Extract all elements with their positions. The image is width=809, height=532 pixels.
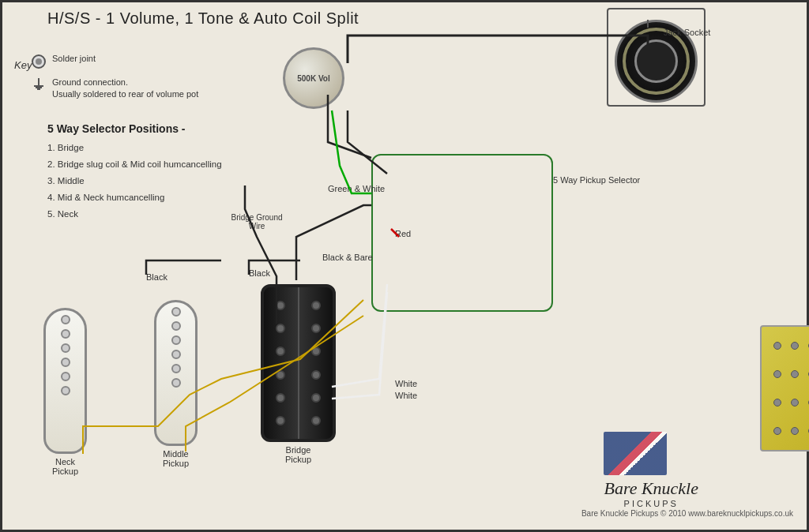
pickup-dot — [311, 324, 321, 333]
pickup-dot — [276, 301, 285, 310]
pickup-dot — [276, 347, 285, 356]
post — [773, 342, 781, 350]
pickup-dot — [61, 329, 70, 339]
logo-brand: Bare Knuckle — [604, 478, 698, 499]
middle-pickup-body — [154, 300, 198, 446]
pickup-dot — [276, 416, 285, 425]
logo-sub: PICKUPS — [604, 499, 698, 508]
middle-pickup: MiddlePickup — [154, 300, 198, 468]
post-row-1 — [773, 342, 809, 350]
page-title: H/S/S - 1 Volume, 1 Tone & Auto Coil Spl… — [47, 9, 359, 28]
post — [791, 342, 799, 350]
pickup-dot — [171, 350, 181, 359]
volume-pot: 500K Vol — [283, 47, 346, 111]
wire-label-white1: White — [395, 379, 417, 388]
flag-bg — [604, 432, 667, 475]
selector-posts — [762, 327, 809, 450]
coil-left — [264, 287, 298, 439]
selector-title: 5 Way Selector Positions - — [47, 122, 222, 135]
pickup-dot — [61, 358, 70, 367]
neck-pickup: NeckPickup — [43, 308, 87, 476]
key-section: Solder joint Ground connection. Usually … — [32, 54, 198, 101]
coil-right — [299, 287, 333, 439]
pickup-dot — [61, 343, 70, 353]
pickup-dot — [311, 393, 321, 403]
bridge-pickup-label: BridgePickup — [261, 445, 336, 464]
ground-label-line2: Usually soldered to rear of volume pot — [52, 89, 198, 99]
pickup-dot — [276, 324, 285, 333]
selector-pos-3: 3. Middle — [47, 174, 222, 187]
ground-label-line1: Ground connection. — [52, 77, 128, 87]
humbucker-coils — [264, 287, 333, 439]
post — [791, 427, 799, 435]
key-label: Key — [14, 59, 32, 71]
ground-text: Ground connection. Usually soldered to r… — [52, 77, 198, 101]
post-row-3 — [773, 399, 809, 406]
pickup-dot — [171, 364, 181, 373]
pickup-dot — [276, 370, 285, 380]
key-ground: Ground connection. Usually soldered to r… — [32, 77, 198, 101]
wire-label-green-white: Green & White — [328, 184, 385, 193]
selector-section: 5 Way Selector Positions - 1. Bridge 2. … — [47, 122, 222, 224]
wire-label-white2: White — [395, 391, 417, 400]
selector-pos-2: 2. Bridge slug coil & Mid coil humcancel… — [47, 158, 222, 170]
logo-area: Bare Knuckle PICKUPS — [604, 432, 698, 508]
bridge-pickup: BridgePickup — [261, 284, 336, 464]
vol-pot-circle: 500K Vol — [283, 47, 344, 109]
pickup-dot — [61, 315, 70, 324]
post — [791, 370, 799, 378]
ground-icon — [32, 77, 46, 91]
post-row-4 — [773, 427, 809, 435]
pickup-dot — [311, 301, 321, 310]
pickup-dot — [171, 307, 181, 317]
jack-socket-label: Jack Socket — [664, 28, 710, 37]
pickup-dot — [61, 386, 70, 395]
selector-pos-1: 1. Bridge — [47, 141, 222, 154]
selector-pos-5: 5. Neck — [47, 208, 222, 220]
post — [773, 399, 781, 406]
post — [773, 370, 781, 378]
pickup-dot — [171, 321, 181, 331]
neck-pickup-body — [43, 308, 87, 454]
key-solder: Solder joint — [32, 54, 198, 69]
middle-pickup-label: MiddlePickup — [154, 449, 198, 468]
jack-ring — [623, 28, 690, 95]
pickup-dot — [171, 335, 181, 345]
post — [791, 399, 799, 406]
selector-component — [760, 325, 809, 451]
wire-label-black-bare: Black & Bare — [322, 253, 373, 262]
bridge-pickup-body — [261, 284, 336, 442]
pickup-selector-label: 5 Way Pickup Selector — [553, 175, 640, 185]
solder-icon — [32, 54, 46, 69]
main-canvas: H/S/S - 1 Volume, 1 Tone & Auto Coil Spl… — [0, 0, 809, 532]
wire-label-black1: Black — [146, 272, 167, 282]
pickup-dot — [276, 393, 285, 403]
pickup-dot — [311, 347, 321, 356]
neck-pickup-label: NeckPickup — [43, 457, 87, 476]
pickup-dot — [311, 370, 321, 380]
selector-pos-4: 4. Mid & Neck humcancelling — [47, 191, 222, 204]
wire-label-red: Red — [395, 229, 411, 238]
post-row-2 — [773, 370, 809, 378]
solder-label: Solder joint — [52, 54, 96, 63]
pickup-dot — [311, 416, 321, 425]
bridge-ground-label: Bridge Ground Wire — [229, 213, 284, 230]
copyright: Bare Knuckle Pickups © 2010 www.bareknuc… — [581, 509, 793, 518]
pickup-dot — [171, 378, 181, 388]
wire-label-black2: Black — [249, 268, 270, 278]
vol-pot-label: 500K Vol — [297, 74, 330, 83]
logo-flag — [604, 432, 667, 475]
post — [773, 427, 781, 435]
pickup-dot — [61, 372, 70, 381]
